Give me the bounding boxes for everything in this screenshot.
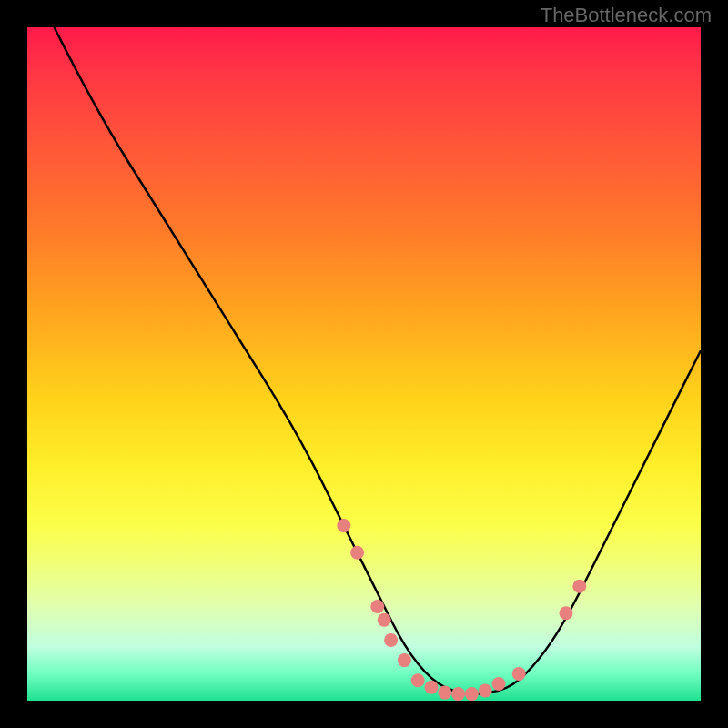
curve-markers [337, 519, 586, 701]
chart-plot-area [27, 27, 701, 701]
curve-marker [451, 687, 465, 701]
curve-marker [560, 606, 573, 620]
curve-marker [370, 600, 384, 613]
chart-svg [27, 27, 701, 701]
curve-marker [411, 673, 425, 687]
curve-marker [479, 683, 492, 697]
watermark-text: TheBottleneck.com [541, 4, 712, 27]
curve-marker [378, 613, 391, 627]
curve-marker [492, 677, 506, 691]
curve-marker [465, 687, 479, 701]
curve-marker [438, 686, 451, 700]
curve-marker [572, 580, 586, 593]
curve-marker [350, 546, 364, 560]
curve-marker [398, 653, 411, 667]
curve-marker [512, 667, 526, 681]
curve-marker [425, 681, 439, 694]
bottleneck-curve-line [55, 27, 701, 694]
curve-marker [337, 519, 350, 532]
curve-marker [384, 633, 398, 647]
